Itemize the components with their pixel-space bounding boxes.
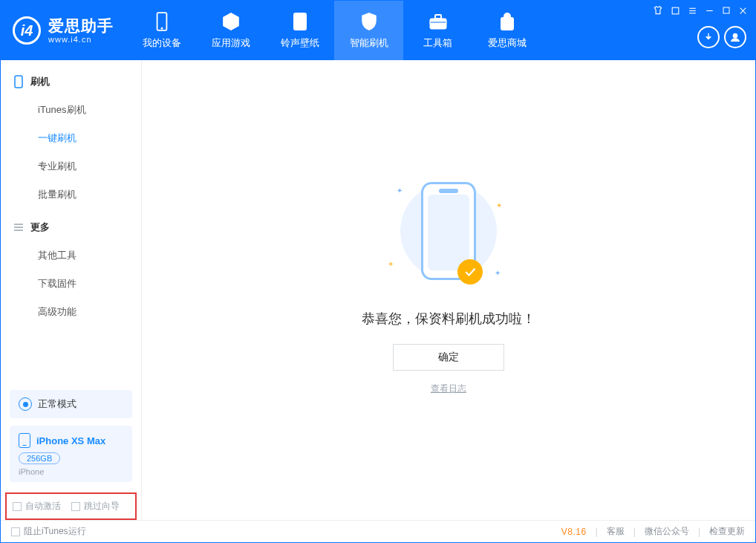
phone-icon (19, 433, 30, 448)
sidebar-item-advanced[interactable]: 高级功能 (1, 298, 141, 326)
checkbox-label: 跳过向导 (84, 500, 120, 513)
svg-rect-5 (723, 7, 729, 13)
sidebar-item-one-click-flash[interactable]: 一键刷机 (1, 124, 141, 152)
device-icon (151, 11, 172, 32)
close-button[interactable] (738, 6, 748, 16)
sidebar-section-more[interactable]: 更多 (1, 213, 141, 241)
version-label: V8.16 (561, 527, 587, 537)
wechat-link[interactable]: 微信公众号 (645, 525, 689, 538)
nav-my-device[interactable]: 我的设备 (127, 1, 196, 60)
device-mode[interactable]: 正常模式 (10, 390, 132, 418)
sidebar-item-download-firmware[interactable]: 下载固件 (1, 270, 141, 298)
bag-icon (497, 11, 518, 32)
nav-smart-flash[interactable]: 智能刷机 (334, 1, 403, 60)
nav-label: 应用游戏 (212, 36, 250, 50)
music-file-icon (290, 11, 310, 32)
sparkle-icon: ✦ (496, 201, 502, 209)
app-subtitle: www.i4.cn (48, 35, 114, 44)
nav-label: 铃声壁纸 (281, 36, 319, 50)
separator: | (596, 527, 598, 537)
toolbox-icon (428, 11, 449, 32)
list-icon (13, 221, 25, 233)
sparkle-icon: ✦ (495, 269, 501, 277)
nav-store[interactable]: 爱思商城 (472, 1, 541, 60)
menu-icon[interactable] (688, 6, 697, 16)
cube-small-icon[interactable] (671, 6, 680, 16)
svg-rect-13 (430, 22, 446, 23)
app-title: 爱思助手 (48, 17, 114, 34)
topbar: i4 爱思助手 www.i4.cn 我的设备 应用游戏 铃声壁纸 智能刷机 工具… (1, 1, 755, 60)
auto-activate-checkbox[interactable]: 自动激活 (13, 500, 61, 513)
statusbar: 阻止iTunes运行 V8.16 | 客服 | 微信公众号 | 检查更新 (1, 520, 755, 542)
svg-point-15 (733, 33, 737, 37)
download-button[interactable] (697, 26, 720, 48)
checkbox-label: 阻止iTunes运行 (24, 525, 86, 538)
sidebar-item-pro-flash[interactable]: 专业刷机 (1, 152, 141, 181)
phone-outline-icon (13, 76, 25, 88)
nav-label: 我的设备 (143, 36, 181, 50)
sidebar: 刷机 iTunes刷机 一键刷机 专业刷机 批量刷机 更多 其他工具 下载固件 … (1, 60, 142, 520)
svg-rect-0 (672, 7, 679, 14)
mode-indicator-icon (19, 397, 32, 411)
svg-rect-14 (501, 18, 513, 30)
separator: | (633, 527, 636, 537)
maximize-button[interactable] (722, 6, 731, 15)
refresh-shield-icon (359, 11, 379, 32)
separator: | (698, 527, 700, 537)
section-title: 刷机 (30, 75, 50, 88)
sparkle-icon: ✦ (388, 260, 394, 268)
check-update-link[interactable]: 检查更新 (709, 525, 745, 538)
svg-rect-12 (435, 15, 441, 19)
body: 刷机 iTunes刷机 一键刷机 专业刷机 批量刷机 更多 其他工具 下载固件 … (1, 60, 755, 520)
sparkle-icon: ✦ (397, 186, 403, 195)
skip-guide-checkbox[interactable]: 跳过向导 (71, 500, 120, 513)
nav-ringtones[interactable]: 铃声壁纸 (265, 1, 334, 60)
success-check-icon (457, 259, 483, 284)
svg-rect-16 (15, 76, 22, 88)
nav-toolbox[interactable]: 工具箱 (403, 1, 472, 60)
nav-apps-games[interactable]: 应用游戏 (196, 1, 265, 60)
window-controls (653, 5, 748, 16)
ok-button[interactable]: 确定 (393, 344, 504, 371)
sidebar-item-itunes-flash[interactable]: iTunes刷机 (1, 96, 141, 124)
block-itunes-checkbox[interactable]: 阻止iTunes运行 (11, 525, 86, 538)
checkbox-label: 自动激活 (25, 500, 61, 513)
logo-icon: i4 (13, 16, 41, 45)
nav-label: 工具箱 (423, 36, 452, 50)
mode-label: 正常模式 (38, 397, 76, 411)
nav-tabs: 我的设备 应用游戏 铃声壁纸 智能刷机 工具箱 爱思商城 (127, 1, 541, 60)
device-type: iPhone (19, 467, 123, 476)
support-link[interactable]: 客服 (607, 525, 625, 538)
success-message: 恭喜您，保资料刷机成功啦！ (362, 310, 535, 328)
tshirt-icon[interactable] (653, 5, 663, 16)
logo-text: 爱思助手 www.i4.cn (48, 17, 114, 43)
logo[interactable]: i4 爱思助手 www.i4.cn (1, 1, 127, 60)
minimize-button[interactable] (705, 6, 714, 16)
sidebar-section-flash[interactable]: 刷机 (1, 68, 141, 96)
success-illustration: ✦ ✦ ✦ ✦ (374, 172, 523, 290)
checkbox-icon (71, 502, 80, 511)
svg-rect-11 (430, 19, 446, 29)
device-card[interactable]: iPhone XS Max 256GB iPhone (10, 426, 132, 482)
sidebar-item-batch-flash[interactable]: 批量刷机 (1, 181, 141, 209)
view-log-link[interactable]: 查看日志 (431, 383, 466, 395)
user-button[interactable] (724, 26, 746, 48)
checkbox-icon (11, 527, 20, 536)
section-title: 更多 (30, 221, 50, 234)
device-name: iPhone XS Max (36, 435, 105, 446)
main-content: ✦ ✦ ✦ ✦ 恭喜您，保资料刷机成功啦！ 确定 查看日志 (142, 60, 755, 520)
flash-options: 自动激活 跳过向导 (5, 492, 137, 520)
nav-label: 智能刷机 (350, 36, 388, 50)
svg-point-9 (160, 27, 162, 29)
checkbox-icon (13, 502, 22, 511)
storage-badge: 256GB (19, 452, 60, 464)
cube-icon (221, 11, 241, 32)
nav-label: 爱思商城 (488, 36, 527, 50)
sidebar-item-other-tools[interactable]: 其他工具 (1, 241, 141, 270)
